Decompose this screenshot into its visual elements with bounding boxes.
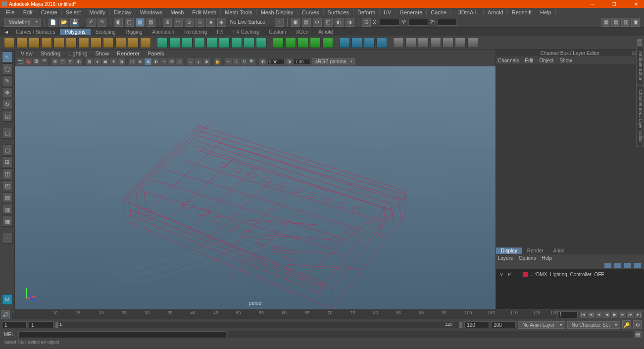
char-set-dropdown[interactable]: No Character Set bbox=[567, 321, 620, 329]
menu-display[interactable]: Display bbox=[110, 9, 136, 15]
history-icon[interactable]: ↕ bbox=[275, 18, 284, 27]
pt-hq-icon[interactable]: ◉ bbox=[145, 58, 151, 65]
rm-object[interactable]: Object bbox=[540, 58, 554, 63]
layer-playback[interactable]: P bbox=[507, 272, 512, 277]
command-input[interactable] bbox=[18, 331, 226, 338]
shelf-sculpt3-icon[interactable] bbox=[418, 37, 429, 48]
shelf-fill-icon[interactable] bbox=[310, 37, 321, 48]
maximize-button[interactable]: ❐ bbox=[608, 1, 620, 7]
pt-film-icon[interactable]: 🎬 bbox=[41, 58, 48, 65]
close-button[interactable]: ✕ bbox=[630, 1, 642, 7]
exposure-input[interactable] bbox=[267, 59, 285, 65]
shelf-tab-fx[interactable]: FX bbox=[212, 29, 228, 35]
shelf-merge-icon[interactable] bbox=[273, 37, 284, 48]
render-view-icon[interactable]: ◰ bbox=[324, 18, 333, 27]
pt-dolly-icon[interactable]: ↔ bbox=[225, 58, 232, 65]
attr-editor-tab[interactable]: Attribute Editor bbox=[636, 47, 644, 85]
xyz-icon[interactable]: ⊡ bbox=[362, 18, 371, 27]
move-tool[interactable]: ✥ bbox=[2, 87, 13, 98]
snap-view-icon[interactable]: ◉ bbox=[217, 18, 226, 27]
rotate-tool[interactable]: ↻ bbox=[2, 99, 13, 110]
anim-layer-dropdown[interactable]: No Anim Layer bbox=[518, 321, 565, 329]
layer-moveup-icon[interactable] bbox=[604, 263, 611, 268]
layer-menu-help[interactable]: Help bbox=[542, 255, 552, 261]
range-start-input[interactable] bbox=[29, 321, 53, 328]
pt-grid-icon[interactable]: ⊞ bbox=[51, 58, 58, 65]
pt-tumble-icon[interactable]: ↻ bbox=[241, 58, 248, 65]
timeline-audio-icon[interactable]: 🔊 bbox=[1, 310, 10, 319]
menu-generate[interactable]: Generate bbox=[396, 9, 427, 15]
z-input[interactable] bbox=[437, 19, 457, 26]
pt-view-icon[interactable]: ◉ bbox=[203, 58, 210, 65]
shelf-plane-icon[interactable] bbox=[53, 37, 64, 48]
shelf-tab-rigging[interactable]: Rigging bbox=[121, 29, 148, 35]
redo-icon[interactable]: ↷ bbox=[98, 18, 106, 27]
pt-light-icon[interactable]: ☀ bbox=[110, 58, 117, 65]
layout-icon-3[interactable]: ▥ bbox=[621, 18, 630, 27]
select-mode-icon[interactable]: ▤ bbox=[147, 18, 155, 27]
panel-show[interactable]: Show bbox=[92, 50, 113, 56]
menu-mesh[interactable]: Mesh bbox=[166, 9, 188, 15]
pt-bookmark-icon[interactable]: 🔖 bbox=[25, 58, 32, 65]
layout-outliner-icon[interactable]: ▤ bbox=[2, 192, 13, 203]
step-back-key-icon[interactable]: ◄| bbox=[588, 311, 594, 318]
layout-icon-2[interactable]: ▤ bbox=[611, 18, 620, 27]
pt-gam-icon[interactable]: ◑ bbox=[286, 58, 293, 65]
shelf-pyramid-icon[interactable] bbox=[91, 37, 101, 48]
menu-redshift[interactable]: Redshift bbox=[508, 9, 536, 15]
play-back-icon[interactable]: ◀ bbox=[603, 311, 610, 318]
layout-icon-4[interactable]: ▣ bbox=[631, 18, 640, 27]
shelf-quad-icon[interactable] bbox=[376, 37, 387, 48]
shelf-mirror-icon[interactable] bbox=[219, 37, 230, 48]
pt-dof-icon[interactable]: ◎ bbox=[168, 58, 175, 65]
colorspace-dropdown[interactable]: sRGB gamma bbox=[312, 58, 355, 65]
shelf-bridge-icon[interactable] bbox=[244, 37, 254, 48]
menu-windows[interactable]: Windows bbox=[136, 9, 167, 15]
shelf-sculpt4-icon[interactable] bbox=[430, 37, 441, 48]
shelf-scroll-down-icon[interactable] bbox=[637, 43, 642, 46]
menu-edit[interactable]: Edit bbox=[19, 9, 37, 15]
panel-renderer[interactable]: Renderer bbox=[113, 50, 144, 56]
shelf-tab-fxcaching[interactable]: FX Caching bbox=[228, 29, 264, 35]
render-icon[interactable]: ▣ bbox=[291, 18, 300, 27]
goto-end-icon[interactable]: ►| bbox=[635, 311, 642, 318]
range-handle-end[interactable] bbox=[459, 322, 462, 328]
layer-row[interactable]: V P ...:DMX_Lighting_Controller_OFF bbox=[497, 270, 643, 278]
hypershade-icon[interactable]: ◐ bbox=[335, 18, 344, 27]
shelf-torus-icon[interactable] bbox=[66, 37, 77, 48]
shelf-cube-icon[interactable] bbox=[16, 37, 27, 48]
shelf-platonic-icon[interactable] bbox=[140, 37, 151, 48]
select-hierarchy-icon[interactable]: ▦ bbox=[136, 18, 145, 27]
step-back-icon[interactable]: ◄ bbox=[595, 311, 602, 318]
pt-shading-icon[interactable]: ◐ bbox=[75, 58, 82, 65]
menu-deform[interactable]: Deform bbox=[353, 9, 380, 15]
layer-menu-layers[interactable]: Layers bbox=[498, 255, 513, 261]
pt-motion-icon[interactable]: 〰 bbox=[160, 58, 167, 65]
menu-cache[interactable]: Cache bbox=[427, 9, 451, 15]
layout-three-icon[interactable]: ◰ bbox=[2, 180, 13, 191]
render-settings-icon[interactable]: ⚙ bbox=[313, 18, 322, 27]
layout-four-icon[interactable]: ⊞ bbox=[2, 156, 13, 167]
pt-ao-icon[interactable]: ◐ bbox=[152, 58, 159, 65]
menu-file[interactable]: File bbox=[2, 9, 19, 15]
select-component-icon[interactable]: ◫ bbox=[125, 18, 134, 27]
menu-meshtools[interactable]: Mesh Tools bbox=[221, 9, 256, 15]
end-frame-input[interactable] bbox=[491, 321, 516, 328]
layer-name[interactable]: ...:DMX_Lighting_Controller_OFF bbox=[531, 272, 604, 277]
layer-menu-options[interactable]: Options bbox=[519, 255, 536, 261]
layout-graph-icon[interactable]: ▦ bbox=[2, 216, 13, 227]
shelf-prism-icon[interactable] bbox=[78, 37, 89, 48]
layer-tab-display[interactable]: Display bbox=[496, 248, 522, 254]
shelf-sculpt1-icon[interactable] bbox=[393, 37, 404, 48]
panel-panels[interactable]: Panels bbox=[144, 50, 168, 56]
shelf-bevel-icon[interactable] bbox=[231, 37, 242, 48]
pt-gate-icon[interactable]: ▢ bbox=[59, 58, 66, 65]
pt-textured-icon[interactable]: ▣ bbox=[102, 58, 109, 65]
layout-icon-1[interactable]: ▦ bbox=[601, 18, 610, 27]
shelf-append-icon[interactable] bbox=[322, 37, 333, 48]
open-scene-icon[interactable]: 📂 bbox=[59, 18, 68, 27]
shelf-tab-animation[interactable]: Animation bbox=[148, 29, 179, 35]
shelf-soccer-icon[interactable] bbox=[128, 37, 139, 48]
pt-zoom-icon[interactable]: 🔍 bbox=[248, 58, 255, 65]
prefs-icon[interactable]: ⚙ bbox=[633, 320, 642, 329]
